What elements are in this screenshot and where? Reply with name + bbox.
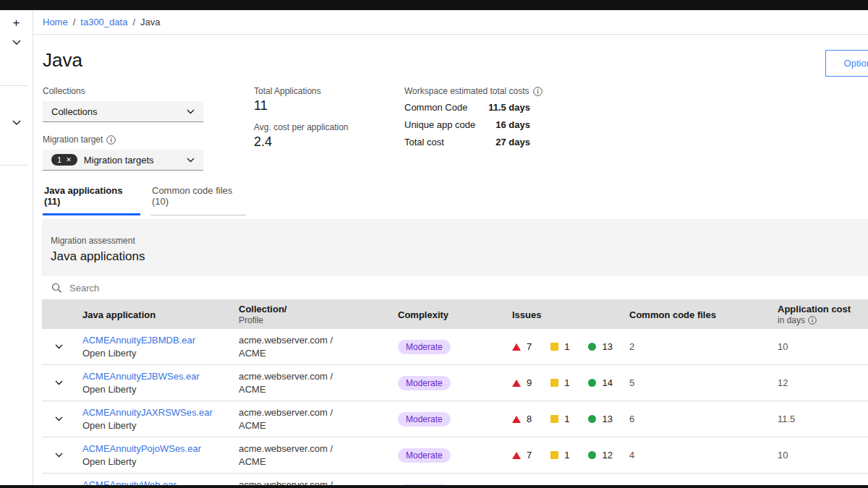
info-issues-icon (588, 451, 596, 459)
content-panel: Migration assessment Java applications J… (42, 219, 868, 488)
migration-target-tag[interactable]: 1 ✕ (51, 154, 77, 166)
info-issues-count: 13 (602, 341, 612, 352)
warning-issues-count: 1 (564, 341, 569, 352)
workspace-costs-label: Workspace estimated total costs (404, 86, 542, 96)
collections-dropdown-value: Collections (51, 106, 98, 117)
remove-icon[interactable]: ✕ (66, 156, 72, 163)
info-icon[interactable] (106, 135, 116, 145)
issues-cell: 9 1 14 (501, 377, 618, 388)
tab-bar: Java applications (11) Common code files… (33, 181, 868, 215)
col-header-issues[interactable]: Issues (501, 309, 618, 320)
breadcrumb-home-link[interactable]: Home (43, 17, 68, 27)
sidebar-divider (0, 165, 27, 166)
warning-issues-count: 1 (564, 450, 569, 461)
search-bar (42, 276, 868, 300)
complexity-badge: Moderate (398, 412, 451, 427)
warning-issues-icon (550, 379, 558, 387)
breadcrumb-workspace-link[interactable]: ta300_data (80, 17, 127, 27)
avg-cost-label: Avg. cost per application (254, 122, 380, 132)
cost-row-label: Total cost (404, 137, 444, 147)
severe-issues-icon (512, 380, 521, 387)
cost-row-value: 27 days (495, 137, 530, 147)
warning-issues-icon (550, 415, 558, 423)
tab-java-applications[interactable]: Java applications (11) (43, 181, 140, 215)
collection-line2: ACME (239, 347, 386, 360)
col-header-common-code-files[interactable]: Common code files (618, 309, 766, 320)
collections-dropdown[interactable]: Collections (43, 101, 203, 122)
common-code-files-cell: 6 (618, 414, 766, 424)
row-expand-button[interactable] (42, 344, 75, 349)
issues-cell: 7 1 13 (501, 341, 618, 352)
tab-common-code-files[interactable]: Common code files (10) (150, 181, 246, 215)
chevron-down-icon (55, 453, 63, 458)
breadcrumb-separator: / (132, 17, 135, 27)
migration-targets-dropdown[interactable]: 1 ✕ Migration targets (43, 150, 203, 171)
table-header: Java application Collection/ Profile Com… (42, 300, 868, 329)
severe-issues-count: 7 (527, 450, 532, 461)
search-input[interactable] (69, 276, 868, 299)
workspace-costs-column: Workspace estimated total costs Common C… (404, 86, 542, 171)
collection-cell: acme.webserver.com / ACME (233, 334, 386, 359)
col-header-complexity[interactable]: Complexity (386, 309, 501, 320)
top-black-bar (0, 0, 868, 10)
table-row: ACMEAnnuityJAXRSWSes.ear Open Liberty ac… (42, 401, 868, 437)
app-link[interactable]: ACMEAnnuityEJBMDB.ear (82, 334, 233, 347)
app-link[interactable]: ACMEAnnuityPojoWSes.ear (82, 442, 233, 455)
severe-issues-count: 9 (527, 377, 532, 388)
col-header-cost-line1: Application cost (778, 304, 868, 314)
search-icon (51, 283, 62, 294)
app-link[interactable]: ACMEAnnuityJAXRSWSes.ear (82, 406, 233, 419)
collection-cell: acme.webserver.com / ACME (233, 406, 386, 432)
stats-column: Total Applications 11 Avg. cost per appl… (254, 86, 380, 171)
collection-line2: ACME (239, 383, 386, 396)
collection-line1: acme.webserver.com / (239, 406, 386, 419)
severe-issues-count: 8 (527, 414, 532, 424)
app-name-cell: ACMEAnnuityPojoWSes.ear Open Liberty (75, 442, 233, 468)
chevron-down-icon (55, 416, 63, 421)
collection-line1: acme.webserver.com / (239, 334, 386, 347)
app-target: Open Liberty (82, 347, 233, 360)
app-target: Open Liberty (82, 419, 233, 432)
common-code-files-cell: 2 (618, 341, 766, 352)
severe-issues-count: 7 (527, 341, 532, 352)
application-cost-cell: 12 (766, 377, 868, 388)
workspace-cost-row: Total cost 27 days (404, 137, 530, 147)
filters-stats-row: Collections Collections Migration target… (33, 72, 868, 171)
app-name-cell: ACMEAnnuityEJBWSes.ear Open Liberty (75, 370, 233, 395)
info-issues-icon (588, 415, 596, 423)
chevron-down-icon[interactable] (0, 40, 33, 45)
common-code-files-cell: 5 (618, 377, 766, 388)
row-expand-button[interactable] (42, 380, 75, 385)
col-header-collection-profile[interactable]: Collection/ Profile (233, 304, 386, 325)
options-button[interactable]: Options (825, 50, 868, 77)
info-icon[interactable] (808, 316, 817, 325)
app-name-cell: ACMEAnnuityJAXRSWSes.ear Open Liberty (75, 406, 233, 432)
severe-issues-icon (512, 416, 521, 423)
page-header: Java Options (33, 35, 868, 72)
info-issues-count: 13 (602, 414, 612, 424)
workspace-cost-row: Unique app code 16 days (404, 119, 530, 130)
complexity-cell: Moderate (386, 340, 501, 354)
info-icon[interactable] (533, 87, 542, 96)
warning-issues-count: 1 (564, 377, 569, 388)
col-header-java-application[interactable]: Java application (75, 309, 233, 320)
info-issues-count: 12 (602, 450, 612, 461)
issues-cell: 7 1 12 (501, 450, 618, 461)
cost-row-label: Unique app code (404, 119, 475, 130)
row-expand-button[interactable] (42, 453, 75, 458)
complexity-badge: Moderate (398, 448, 451, 463)
row-expand-button[interactable] (42, 416, 75, 421)
migration-target-label-text: Migration target (43, 134, 103, 145)
chevron-down-icon[interactable] (0, 120, 33, 125)
chevron-down-icon (187, 158, 195, 163)
migration-targets-dropdown-value: Migration targets (84, 155, 154, 166)
main-content: Home / ta300_data / Java Java Options Co… (33, 10, 868, 488)
collection-cell: acme.webserver.com / ACME (233, 370, 386, 395)
complexity-cell: Moderate (386, 376, 501, 390)
workspace-costs-label-text: Workspace estimated total costs (404, 86, 529, 96)
col-header-application-cost[interactable]: Application cost in days (766, 304, 868, 325)
issues-cell: 8 1 13 (501, 414, 618, 424)
add-icon[interactable]: + (0, 16, 33, 30)
chevron-down-icon (55, 344, 63, 349)
app-link[interactable]: ACMEAnnuityEJBWSes.ear (82, 370, 233, 383)
